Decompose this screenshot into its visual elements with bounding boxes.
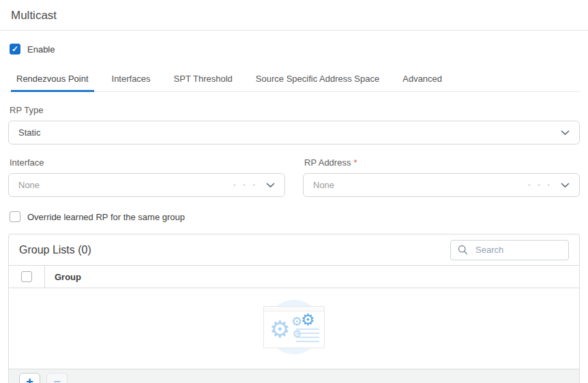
interface-label: Interface: [10, 157, 284, 168]
group-table-body: ⚙ ⚙ ⚙ ⚙: [9, 288, 579, 369]
group-table-footer: + −: [9, 369, 579, 383]
add-group-button[interactable]: +: [19, 373, 40, 383]
group-lists-title: Group Lists (0): [19, 244, 91, 256]
group-column-header: Group: [45, 266, 81, 288]
rp-address-label-text: RP Address: [304, 157, 351, 168]
tab-bar: Rendezvous Point Interfaces SPT Threshol…: [8, 70, 580, 92]
select-all-cell: [9, 266, 45, 288]
override-checkbox[interactable]: [10, 211, 20, 222]
search-input[interactable]: [474, 244, 561, 256]
ellipsis-icon: • • •: [528, 181, 553, 189]
rp-address-value: None: [313, 180, 528, 190]
rp-address-field: RP Address* None • • •: [303, 144, 580, 197]
enable-row: ✓ Enable: [10, 44, 580, 55]
rp-address-label: RP Address*: [304, 157, 578, 168]
tab-interfaces[interactable]: Interfaces: [106, 70, 156, 92]
title-divider: [0, 30, 588, 31]
chevron-down-icon: [561, 183, 570, 188]
remove-group-button[interactable]: −: [46, 373, 68, 383]
group-table-header: Group: [9, 265, 579, 288]
empty-state-text-lines: [296, 326, 319, 342]
interface-rp-address-row: Interface None • • • RP Address* None • …: [8, 144, 580, 197]
rp-address-select[interactable]: None • • •: [303, 173, 580, 197]
tab-rendezvous-point[interactable]: Rendezvous Point: [11, 70, 94, 92]
interface-value: None: [18, 180, 233, 190]
tab-advanced[interactable]: Advanced: [397, 70, 447, 92]
override-label: Override learned RP for the same group: [27, 212, 185, 222]
interface-select[interactable]: None • • •: [8, 173, 285, 197]
rp-type-label: RP Type: [10, 105, 578, 115]
chevron-down-icon: [561, 130, 570, 136]
search-box: [450, 240, 569, 260]
chevron-down-icon: [266, 183, 275, 188]
empty-state-illustration: ⚙ ⚙ ⚙ ⚙: [263, 298, 325, 359]
override-row: Override learned RP for the same group: [10, 211, 580, 222]
multicast-settings-content: ✓ Enable Rendezvous Point Interfaces SPT…: [0, 44, 588, 383]
checkmark-icon: ✓: [12, 45, 18, 53]
empty-state-card-titlebar: [264, 307, 324, 311]
tab-spt-threshold[interactable]: SPT Threshold: [168, 70, 238, 92]
enable-label: Enable: [27, 44, 55, 55]
gear-icon: ⚙: [269, 318, 290, 341]
rp-type-value: Static: [18, 127, 561, 138]
rp-type-select[interactable]: Static: [8, 121, 580, 144]
tab-source-specific-address-space[interactable]: Source Specific Address Space: [250, 70, 385, 92]
enable-checkbox[interactable]: ✓: [10, 44, 20, 55]
ellipsis-icon: • • •: [233, 181, 258, 189]
interface-field: Interface None • • •: [8, 144, 285, 197]
select-all-checkbox[interactable]: [21, 271, 32, 282]
group-lists-header: Group Lists (0): [9, 234, 579, 265]
required-asterisk: *: [353, 157, 357, 168]
group-lists-panel: Group Lists (0) Group ⚙ ⚙ ⚙: [8, 234, 580, 383]
page-title: Multicast: [0, 0, 588, 30]
empty-state-card: ⚙ ⚙ ⚙ ⚙: [263, 306, 325, 348]
search-icon: [458, 245, 468, 255]
